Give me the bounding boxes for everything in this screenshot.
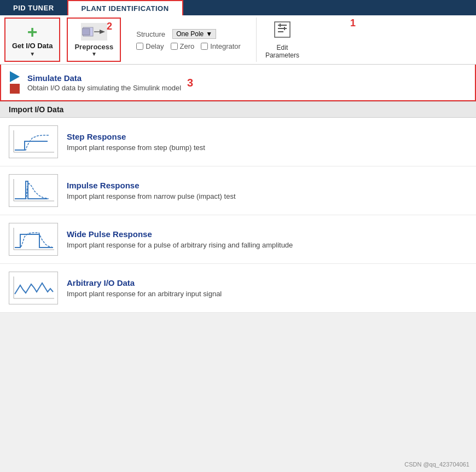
integrator-label: Integrator <box>210 42 241 50</box>
structure-value: One Pole <box>176 30 204 38</box>
simulate-data-panel[interactable]: Simulate Data Obtain I/O data by simulat… <box>0 65 476 101</box>
stop-icon <box>10 84 20 94</box>
step-response-icon <box>9 125 58 158</box>
play-icon <box>10 71 20 82</box>
delay-checkbox[interactable] <box>136 43 143 50</box>
arbitrary-io-desc: Import plant response for an arbitrary i… <box>67 290 222 298</box>
annotation-2: 2 <box>107 21 112 32</box>
arbitrary-io-icon <box>9 272 58 304</box>
zero-checkbox-label[interactable]: Zero <box>171 42 195 50</box>
preprocess-label: Preprocess <box>74 43 113 51</box>
annotation-3: 3 <box>187 76 193 89</box>
svg-rect-3 <box>82 28 90 35</box>
tab-pid[interactable]: PID TUNER <box>0 0 67 15</box>
wide-pulse-response-desc: Import plant response for a pulse of arb… <box>67 241 293 249</box>
impulse-response-title: Impulse Response <box>67 181 236 190</box>
simulate-title: Simulate Data <box>27 73 181 83</box>
edit-params-icon <box>272 21 292 42</box>
step-response-title: Step Response <box>67 132 205 141</box>
simulate-description: Obtain I/O data by simulating the Simuli… <box>27 84 181 92</box>
delay-checkbox-label[interactable]: Delay <box>136 42 164 50</box>
edit-parameters-button[interactable]: EditParameters <box>256 18 308 62</box>
get-io-label: Get I/O Data <box>12 42 53 50</box>
svg-marker-2 <box>100 30 105 34</box>
structure-label: Structure <box>136 30 169 38</box>
impulse-response-icon <box>9 174 58 207</box>
svg-rect-13 <box>9 175 57 206</box>
impulse-response-desc: Import plant response from narrow pulse … <box>67 192 236 200</box>
svg-rect-16 <box>9 223 57 255</box>
step-response-content: Step Response Import plant response from… <box>67 132 205 152</box>
svg-rect-4 <box>275 22 290 37</box>
watermark: CSDN @qq_423704061 <box>404 461 469 468</box>
wide-pulse-response-icon <box>9 223 58 256</box>
import-items-list: Step Response Import plant response from… <box>0 118 476 313</box>
simulate-content: Simulate Data Obtain I/O data by simulat… <box>27 73 181 92</box>
zero-label: Zero <box>180 42 195 50</box>
plus-icon: + <box>27 23 38 41</box>
step-response-item[interactable]: Step Response Import plant response from… <box>0 118 476 166</box>
preprocess-button[interactable]: Preprocess ▼ <box>67 18 121 62</box>
structure-section: Structure One Pole ▼ Delay Zero Integrat… <box>132 18 245 62</box>
wide-pulse-response-title: Wide Pulse Response <box>67 229 293 239</box>
simulate-icon <box>10 71 20 94</box>
impulse-response-item[interactable]: Impulse Response Import plant response f… <box>0 166 476 215</box>
arbitrary-io-content: Arbitrary I/O Data Import plant response… <box>67 278 222 298</box>
structure-dropdown-arrow-icon: ▼ <box>206 30 212 38</box>
integrator-checkbox-label[interactable]: Integrator <box>201 42 241 50</box>
preprocess-icon <box>81 23 107 41</box>
zero-checkbox[interactable] <box>171 43 178 50</box>
arbitrary-io-title: Arbitrary I/O Data <box>67 278 222 287</box>
step-response-desc: Import plant response from step (bump) t… <box>67 143 205 152</box>
toolbar: PID TUNER PLANT IDENTIFICATION <box>0 0 476 15</box>
wide-pulse-response-content: Wide Pulse Response Import plant respons… <box>67 229 293 249</box>
edit-params-label: EditParameters <box>265 44 299 59</box>
wide-pulse-response-item[interactable]: Wide Pulse Response Import plant respons… <box>0 215 476 264</box>
arbitrary-io-data-item[interactable]: Arbitrary I/O Data Import plant response… <box>0 264 476 313</box>
integrator-checkbox[interactable] <box>201 43 208 50</box>
impulse-response-content: Impulse Response Import plant response f… <box>67 181 236 200</box>
ribbon: + Get I/O Data ▼ 2 Preprocess ▼ 1 Struct… <box>0 15 476 65</box>
delay-label: Delay <box>146 42 164 50</box>
structure-dropdown[interactable]: One Pole ▼ <box>172 29 216 39</box>
preprocess-dropdown-icon: ▼ <box>91 51 97 57</box>
dropdown-arrow-icon: ▼ <box>30 51 35 57</box>
import-io-header: Import I/O Data <box>0 101 476 118</box>
get-io-data-button[interactable]: + Get I/O Data ▼ <box>4 18 60 62</box>
tab-plant-identification[interactable]: PLANT IDENTIFICATION <box>67 0 183 15</box>
annotation-1: 1 <box>350 18 356 29</box>
